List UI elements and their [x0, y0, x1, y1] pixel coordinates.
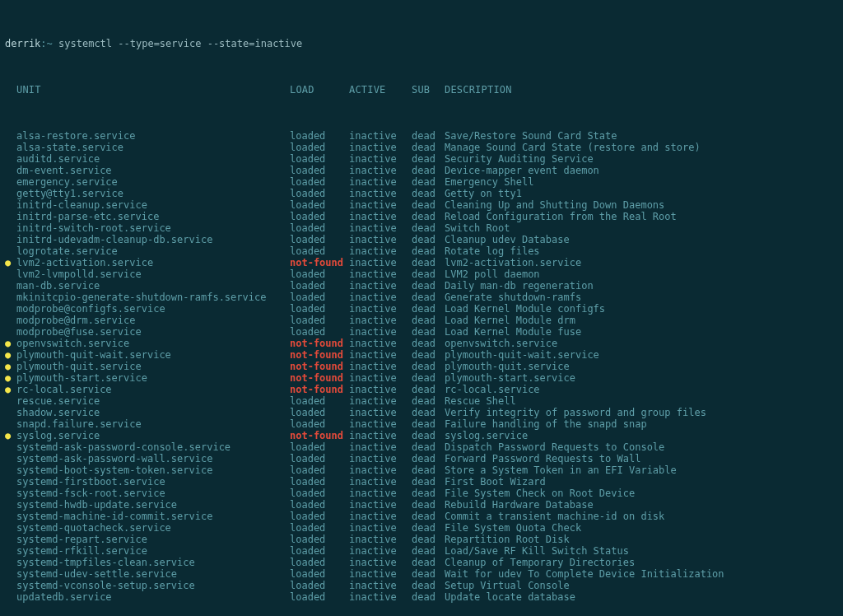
sub-state: dead	[412, 580, 445, 591]
description: Repartition Root Disk	[445, 534, 570, 545]
description: plymouth-start.service	[445, 372, 575, 384]
service-row: rescue.serviceloadedinactivedeadRescue S…	[5, 395, 838, 407]
description: plymouth-quit.service	[445, 361, 570, 372]
load-state: loaded	[290, 522, 349, 534]
unit-name: systemd-quotacheck.service	[16, 522, 290, 534]
col-load: LOAD	[290, 84, 349, 96]
bullet-icon	[5, 211, 16, 222]
bullet-icon	[5, 488, 16, 499]
sub-state: dead	[412, 534, 445, 545]
active-state: inactive	[349, 338, 412, 349]
service-row: systemd-ask-password-wall.serviceloadedi…	[5, 453, 838, 464]
unit-name: modprobe@drm.service	[16, 315, 290, 326]
bullet-icon	[5, 395, 16, 407]
active-state: inactive	[349, 361, 412, 372]
bullet-icon: ●	[5, 338, 16, 349]
service-row: initrd-switch-root.serviceloadedinactive…	[5, 222, 838, 234]
load-state: loaded	[290, 211, 349, 222]
unit-name: snapd.failure.service	[16, 418, 290, 430]
sub-state: dead	[412, 176, 445, 188]
active-state: inactive	[349, 395, 412, 407]
active-state: inactive	[349, 142, 412, 153]
service-row: systemd-rfkill.serviceloadedinactivedead…	[5, 545, 838, 557]
description: Dispatch Password Requests to Console	[445, 441, 664, 453]
bullet-icon: ●	[5, 349, 16, 361]
service-row: systemd-hwdb-update.serviceloadedinactiv…	[5, 499, 838, 511]
sub-state: dead	[412, 430, 445, 441]
unit-name: systemd-hwdb-update.service	[16, 499, 290, 511]
sub-state: dead	[412, 453, 445, 464]
sub-state: dead	[412, 372, 445, 384]
active-state: inactive	[349, 488, 412, 499]
bullet-icon	[5, 511, 16, 522]
service-row: ●plymouth-start.servicenot-foundinactive…	[5, 372, 838, 384]
bullet-icon	[5, 326, 16, 338]
col-sub: SUB	[412, 84, 445, 96]
active-state: inactive	[349, 499, 412, 511]
load-state: loaded	[290, 395, 349, 407]
unit-name: auditd.service	[16, 153, 290, 165]
terminal-output[interactable]: derrik:~ systemctl --type=service --stat…	[0, 0, 843, 616]
load-state: loaded	[290, 499, 349, 511]
description: Setup Virtual Console	[445, 580, 570, 591]
bullet-icon	[5, 130, 16, 142]
sub-state: dead	[412, 418, 445, 430]
unit-name: rescue.service	[16, 395, 290, 407]
load-state: loaded	[290, 476, 349, 488]
load-state: loaded	[290, 176, 349, 188]
active-state: inactive	[349, 211, 412, 222]
unit-name: systemd-firstboot.service	[16, 476, 290, 488]
bullet-icon	[5, 591, 16, 603]
service-row: systemd-fsck-root.serviceloadedinactived…	[5, 488, 838, 499]
load-state: not-found	[290, 384, 349, 395]
sub-state: dead	[412, 568, 445, 580]
sub-state: dead	[412, 499, 445, 511]
sub-state: dead	[412, 545, 445, 557]
unit-name: systemd-tmpfiles-clean.service	[16, 557, 290, 568]
sub-state: dead	[412, 245, 445, 257]
unit-name: systemd-rfkill.service	[16, 545, 290, 557]
load-state: loaded	[290, 418, 349, 430]
service-row: getty@tty1.serviceloadedinactivedeadGett…	[5, 188, 838, 199]
sub-state: dead	[412, 257, 445, 268]
active-state: inactive	[349, 545, 412, 557]
description: Emergency Shell	[445, 176, 533, 188]
load-state: not-found	[290, 338, 349, 349]
service-row: man-db.serviceloadedinactivedeadDaily ma…	[5, 280, 838, 292]
service-row: alsa-restore.serviceloadedinactivedeadSa…	[5, 130, 838, 142]
bullet-icon	[5, 418, 16, 430]
unit-name: initrd-parse-etc.service	[16, 211, 290, 222]
description: File System Check on Root Device	[445, 488, 635, 499]
bullet-icon	[5, 176, 16, 188]
active-state: inactive	[349, 580, 412, 591]
bullet-icon	[5, 222, 16, 234]
service-row: ●openvswitch.servicenot-foundinactivedea…	[5, 338, 838, 349]
bullet-icon	[5, 464, 16, 476]
service-row: systemd-ask-password-console.serviceload…	[5, 441, 838, 453]
sub-state: dead	[412, 292, 445, 303]
sub-state: dead	[412, 384, 445, 395]
active-state: inactive	[349, 476, 412, 488]
description: Rebuild Hardware Database	[445, 499, 594, 511]
col-unit: UNIT	[16, 84, 290, 96]
sub-state: dead	[412, 464, 445, 476]
load-state: loaded	[290, 511, 349, 522]
load-state: loaded	[290, 464, 349, 476]
sub-state: dead	[412, 211, 445, 222]
active-state: inactive	[349, 372, 412, 384]
description: First Boot Wizard	[445, 476, 546, 488]
unit-name: systemd-ask-password-wall.service	[16, 453, 290, 464]
unit-name: lvm2-lvmpolld.service	[16, 268, 290, 280]
description: File System Quota Check	[445, 522, 581, 534]
bullet-icon	[5, 499, 16, 511]
active-state: inactive	[349, 418, 412, 430]
active-state: inactive	[349, 441, 412, 453]
unit-name: getty@tty1.service	[16, 188, 290, 199]
description: Security Auditing Service	[445, 153, 594, 165]
active-state: inactive	[349, 188, 412, 199]
sub-state: dead	[412, 349, 445, 361]
description: openvswitch.service	[445, 338, 557, 349]
bullet-icon	[5, 441, 16, 453]
active-state: inactive	[349, 407, 412, 418]
description: Manage Sound Card State (restore and sto…	[445, 142, 701, 153]
